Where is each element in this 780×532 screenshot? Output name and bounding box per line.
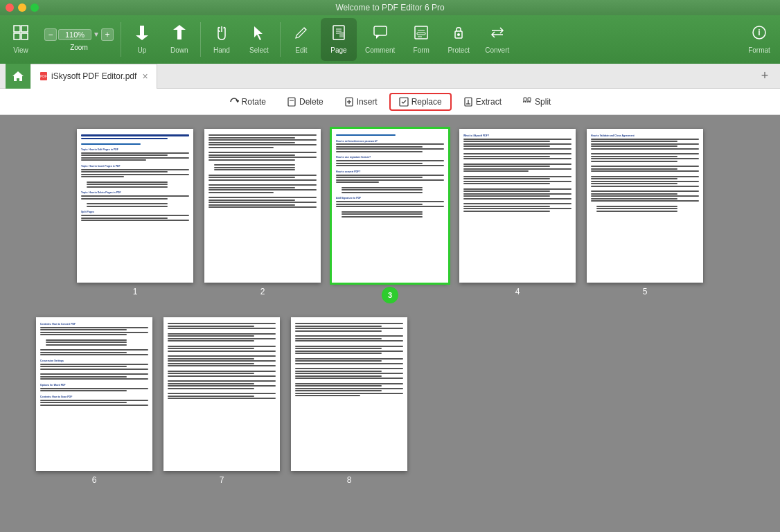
split-label: Split: [535, 97, 551, 107]
toolbar-edit[interactable]: Edit: [283, 18, 319, 61]
split-tool[interactable]: Split: [513, 94, 560, 110]
delete-label: Delete: [299, 97, 323, 107]
toolbar-convert[interactable]: Convert: [478, 18, 516, 61]
svg-text:i: i: [758, 28, 760, 37]
down-icon: [172, 25, 187, 44]
protect-label: Protect: [447, 46, 470, 54]
rotate-label: Rotate: [242, 97, 266, 107]
page-thumb-8[interactable]: [291, 317, 407, 471]
svg-rect-4: [140, 26, 144, 35]
minimize-button[interactable]: [18, 3, 26, 12]
svg-rect-28: [288, 98, 295, 106]
titlebar: Welcome to PDF Editor 6 Pro: [0, 0, 780, 15]
tab-label: iSkysoft PDF Editor.pdf: [51, 71, 136, 81]
toolbar-down[interactable]: Down: [161, 18, 197, 61]
zoom-input[interactable]: [58, 29, 91, 40]
toolbar-form[interactable]: Form: [403, 18, 439, 61]
rotate-tool[interactable]: Rotate: [220, 94, 275, 110]
zoom-out-button[interactable]: −: [44, 28, 57, 41]
select-label: Select: [249, 46, 269, 54]
tab-close-button[interactable]: ×: [142, 71, 148, 82]
hand-icon: [214, 25, 229, 44]
toolbar-page[interactable]: Page: [321, 18, 357, 61]
delete-tool[interactable]: Delete: [278, 94, 333, 110]
replace-tool[interactable]: Replace: [389, 93, 452, 111]
svg-marker-8: [254, 26, 263, 40]
separator-2: [200, 22, 201, 57]
maximize-button[interactable]: [30, 3, 39, 12]
svg-marker-16: [376, 35, 380, 39]
page-item-4: What is iSkysoft PDF?: [459, 129, 576, 303]
page-thumb-5[interactable]: How to Validate and Close Agreement: [587, 129, 703, 283]
page-number-5: 5: [643, 287, 648, 296]
toolbar-zoom: − ▼ + Zoom: [40, 26, 118, 54]
page-number-1: 1: [133, 287, 138, 296]
form-icon: [414, 25, 429, 44]
toolbar-format[interactable]: i Format: [741, 18, 777, 61]
page-number-8: 8: [347, 475, 352, 485]
comment-label: Comment: [365, 46, 395, 54]
comment-icon: [373, 25, 388, 44]
insert-tool[interactable]: Insert: [335, 94, 387, 110]
protect-icon: [451, 25, 466, 44]
toolbar-view[interactable]: View: [3, 18, 39, 61]
page-number-7: 7: [220, 475, 224, 485]
edit-label: Edit: [295, 46, 307, 54]
replace-label: Replace: [411, 97, 442, 107]
page-thumb-7[interactable]: [163, 317, 280, 471]
toolbar-up[interactable]: Up: [124, 18, 160, 61]
page-icon: [331, 25, 346, 44]
home-button[interactable]: [6, 64, 30, 89]
svg-rect-2: [14, 33, 20, 39]
separator-3: [280, 22, 281, 57]
view-label: View: [13, 46, 28, 54]
extract-tool[interactable]: Extract: [454, 94, 511, 110]
new-tab-button[interactable]: +: [755, 66, 774, 86]
page-thumb-3[interactable]: How to set/reset/remove password? How to…: [332, 129, 448, 283]
toolbar-select[interactable]: Select: [241, 18, 277, 61]
toolbar-comment[interactable]: Comment: [358, 18, 402, 61]
page-thumb-1[interactable]: Topic: How to Edit Pages in PDF Topic: H…: [77, 129, 193, 283]
page-item-2: 2: [204, 129, 321, 303]
convert-icon: [490, 25, 505, 44]
insert-label: Insert: [357, 97, 378, 107]
format-label: Format: [748, 46, 770, 54]
svg-rect-15: [374, 26, 387, 35]
page-item-5: How to Validate and Close Agreement: [587, 129, 703, 303]
svg-rect-14: [339, 32, 344, 37]
page-item-8: 8: [291, 317, 407, 485]
up-icon: [134, 25, 150, 44]
page-item-6: Contents: How to Convert PDF Conversion …: [36, 317, 152, 485]
format-icon: i: [752, 25, 767, 44]
pages-container: Topic: How to Edit Pages in PDF Topic: H…: [0, 115, 780, 532]
pages-row-1: Topic: How to Edit Pages in PDF Topic: H…: [14, 129, 766, 303]
page-number-4: 4: [515, 287, 520, 296]
edit-icon: [294, 25, 309, 44]
page-thumb-2[interactable]: [204, 129, 321, 283]
toolbar-hand[interactable]: Hand: [204, 18, 240, 61]
page-item-1: Topic: How to Edit Pages in PDF Topic: H…: [77, 129, 193, 303]
page-thumb-4[interactable]: What is iSkysoft PDF?: [459, 129, 576, 283]
select-icon: [251, 25, 267, 44]
page-badge-3: 3: [382, 287, 398, 303]
close-button[interactable]: [6, 3, 14, 12]
form-label: Form: [414, 46, 429, 54]
page-item-3: How to set/reset/remove password? How to…: [332, 129, 448, 303]
svg-marker-7: [173, 25, 186, 30]
tabbar: PDF iSkysoft PDF Editor.pdf × +: [0, 64, 780, 89]
svg-rect-33: [400, 98, 408, 106]
svg-marker-25: [12, 71, 24, 81]
window-controls[interactable]: [6, 3, 39, 12]
page-number-2: 2: [260, 287, 265, 296]
app-title: Welcome to PDF Editor 6 Pro: [335, 3, 444, 12]
page-thumb-6[interactable]: Contents: How to Convert PDF Conversion …: [36, 317, 152, 471]
svg-line-9: [304, 28, 306, 30]
toolbar-protect[interactable]: Protect: [441, 18, 477, 61]
extract-label: Extract: [476, 97, 502, 107]
svg-rect-1: [21, 26, 28, 32]
svg-rect-38: [524, 98, 526, 101]
pdf-tab[interactable]: PDF iSkysoft PDF Editor.pdf ×: [30, 64, 157, 89]
svg-rect-6: [177, 30, 181, 39]
zoom-in-button[interactable]: +: [101, 28, 114, 41]
zoom-control[interactable]: − ▼ +: [44, 28, 114, 41]
